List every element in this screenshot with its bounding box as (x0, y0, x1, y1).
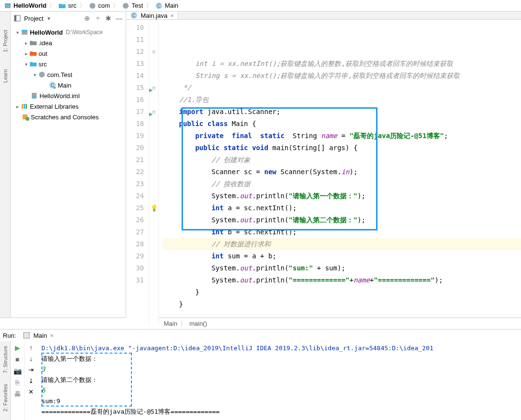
package-icon (122, 2, 130, 10)
tree-label: Scratches and Consoles (31, 114, 99, 121)
close-tab-icon[interactable]: × (170, 12, 174, 19)
breadcrumb-item-helloworld[interactable]: HelloWorld (2, 0, 48, 11)
tab-label: Main.java (141, 12, 168, 19)
svg-point-3 (90, 3, 95, 9)
breadcrumb-label: Test (131, 2, 143, 9)
breadcrumb-item-main[interactable]: C Main (153, 0, 180, 11)
package-icon (38, 71, 46, 78)
run-header: Run: Main × (0, 330, 521, 341)
breadcrumb-item-com[interactable]: com (87, 0, 112, 11)
class-icon: C (155, 2, 163, 10)
run-tool-window: Run: Main × 7: Structure 2: Favorites ▶ … (0, 329, 521, 420)
breadcrumb-label: com (98, 2, 110, 9)
learn-tool-tab[interactable]: Learn (1, 65, 9, 87)
tree-node-iml[interactable]: HelloWorld.iml (11, 90, 126, 101)
tree-label: Main (58, 82, 71, 89)
folder-icon (58, 2, 66, 10)
line-gutter[interactable]: 101112131415▶1617▶1819202122232425262728… (126, 20, 149, 324)
expand-all-icon[interactable]: ÷ (94, 14, 102, 22)
breadcrumb-label: Main (165, 2, 178, 9)
svg-rect-10 (22, 30, 27, 31)
svg-rect-1 (5, 3, 11, 5)
run-config-icon (23, 331, 30, 339)
breadcrumb-separator: 〉 (113, 1, 119, 10)
tree-label: HelloWorld (30, 29, 63, 36)
tree-root-node[interactable]: ▾ HelloWorld D:\WorkSpace (11, 27, 126, 38)
tree-label: com.Test (47, 71, 72, 78)
run-tab-label: Main (33, 332, 47, 339)
editor-tab-bar: C Main.java × (126, 12, 521, 20)
svg-rect-16 (22, 104, 23, 109)
folder-icon (29, 50, 37, 57)
wrap-icon[interactable]: ⇥ (28, 366, 34, 373)
tree-node-external-libs[interactable]: ▸ External Libraries (11, 101, 126, 112)
rerun-icon[interactable]: ▶ (15, 344, 20, 352)
up-icon[interactable]: ↑ (29, 344, 33, 351)
run-tab-main[interactable]: Main × (20, 331, 56, 339)
editor-area: C Main.java × 101112131415▶1617▶18192021… (126, 12, 521, 318)
left-tool-tabs-bottom: 7: Structure 2: Favorites (0, 341, 11, 420)
breadcrumb-item-src[interactable]: src (56, 0, 78, 11)
source-folder-icon (29, 60, 37, 68)
package-icon (89, 2, 96, 10)
scroll-icon[interactable]: ⤓ (28, 377, 34, 384)
run-output-toolbar: ↑ ↓ ⇥ ⤓ ✕ (24, 341, 38, 420)
tool-window-header: Project ▼ ⊕ ÷ ✱ — (11, 12, 126, 25)
marker-gutter[interactable]: ⊟⊟⊟💡 (149, 20, 159, 324)
project-tool-window: Project ▼ ⊕ ÷ ✱ — ▾ HelloWorld D:\WorkSp… (11, 12, 126, 318)
close-run-tab-icon[interactable]: × (50, 332, 54, 339)
tree-node-idea[interactable]: ▸ .idea (11, 38, 126, 48)
scratch-icon (22, 113, 29, 121)
scroll-from-source-icon[interactable]: ⊕ (83, 14, 91, 22)
run-title: Run: (3, 332, 16, 339)
project-view-icon (13, 14, 21, 22)
tree-node-package[interactable]: ▾ com.Test (11, 69, 126, 80)
svg-rect-18 (26, 104, 27, 109)
favorites-tool-tab[interactable]: 2: Favorites (2, 381, 8, 414)
tool-window-title: Project (24, 15, 43, 22)
svg-rect-2 (59, 4, 65, 8)
tree-label: HelloWorld.iml (39, 92, 80, 100)
code-editor[interactable]: 101112131415▶1617▶1819202122232425262728… (126, 20, 521, 324)
tree-node-scratches[interactable]: Scratches and Consoles (11, 112, 126, 122)
library-icon (21, 102, 28, 110)
hide-icon[interactable]: — (115, 14, 123, 22)
tree-label: .idea (39, 39, 52, 47)
svg-text:C: C (51, 83, 54, 88)
tree-path: D:\WorkSpace (65, 29, 103, 36)
breadcrumb-separator: 〉 (79, 1, 86, 10)
class-icon: C (130, 12, 138, 19)
exit-icon[interactable]: ⎘ (15, 379, 19, 386)
folder-icon (29, 39, 37, 47)
tree-node-out[interactable]: ▸ out (11, 48, 126, 59)
print-icon[interactable]: 🖶 (14, 390, 21, 398)
svg-point-4 (123, 3, 129, 9)
class-run-icon: C (49, 81, 56, 89)
code-content[interactable]: int i = xx.nextInt();获取键盘输入的整数,获取到空格或者回车… (159, 20, 521, 324)
structure-tool-tab[interactable]: 7: Structure (2, 343, 8, 376)
tree-label: External Libraries (30, 103, 78, 110)
svg-text:C: C (157, 3, 161, 9)
tree-node-main[interactable]: C Main (11, 80, 126, 90)
breadcrumb-item-test[interactable]: Test (120, 0, 145, 11)
svg-rect-23 (24, 332, 29, 338)
project-tool-tab[interactable]: 1: Project (1, 26, 9, 56)
down-icon[interactable]: ↓ (29, 355, 33, 362)
breadcrumb-separator: 〉 (146, 1, 152, 10)
iml-icon (30, 92, 38, 100)
project-tree[interactable]: ▾ HelloWorld D:\WorkSpace ▸ .idea ▸ out … (11, 25, 126, 124)
dump-icon[interactable]: 📷 (13, 367, 22, 375)
svg-rect-8 (14, 15, 16, 21)
svg-text:C: C (132, 13, 135, 18)
tree-node-src[interactable]: ▾ src (11, 59, 126, 69)
module-icon (4, 2, 12, 10)
run-console[interactable]: D:\jdk1.8\bin\java.exe "-javaagent:D:\id… (38, 341, 521, 420)
stop-icon[interactable]: ■ (15, 356, 19, 363)
svg-rect-15 (33, 96, 36, 97)
settings-icon[interactable]: ✱ (104, 14, 112, 22)
editor-tab-main[interactable]: C Main.java × (126, 12, 178, 19)
svg-point-11 (39, 72, 45, 77)
clear-icon[interactable]: ✕ (28, 388, 34, 395)
left-tool-tabs: 1: Project Learn (0, 12, 11, 318)
breadcrumb-separator: 〉 (49, 1, 55, 10)
